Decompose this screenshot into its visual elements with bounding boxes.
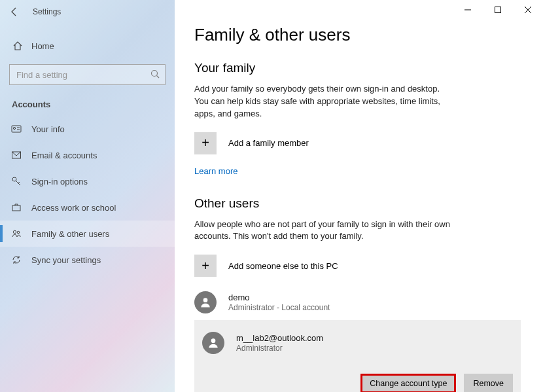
search-icon bbox=[150, 69, 160, 79]
app-title: Settings bbox=[33, 7, 61, 16]
other-users-description: Allow people who are not part of your fa… bbox=[194, 219, 456, 243]
user-role: Administrator bbox=[236, 344, 323, 353]
plus-icon: + bbox=[194, 132, 217, 154]
people-icon bbox=[10, 228, 22, 240]
user-role: Administrator - Local account bbox=[228, 303, 330, 313]
back-button[interactable] bbox=[4, 1, 25, 22]
main-content: Family & other users Your family Add you… bbox=[175, 0, 543, 392]
svg-rect-2 bbox=[12, 126, 21, 132]
sidebar-home-label: Home bbox=[31, 41, 54, 51]
svg-point-3 bbox=[13, 127, 15, 129]
maximize-icon bbox=[495, 7, 501, 13]
add-other-user-button[interactable]: + Add someone else to this PC bbox=[194, 255, 521, 277]
sync-icon bbox=[10, 254, 22, 266]
plus-icon: + bbox=[194, 255, 217, 277]
sidebar-section-label: Accounts bbox=[12, 99, 175, 109]
sidebar-nav: Your info Email & accounts Sign-in optio… bbox=[0, 116, 175, 273]
add-family-label: Add a family member bbox=[228, 138, 309, 148]
window-controls bbox=[453, 0, 543, 20]
minimize-button[interactable] bbox=[453, 0, 483, 20]
sidebar-item-signin-options[interactable]: Sign-in options bbox=[0, 168, 175, 194]
change-account-type-button[interactable]: Change account type bbox=[360, 374, 456, 392]
other-users-heading: Other users bbox=[194, 196, 521, 211]
add-family-member-button[interactable]: + Add a family member bbox=[194, 132, 521, 154]
other-user-row[interactable]: demo Administrator - Local account bbox=[194, 287, 521, 317]
briefcase-icon bbox=[10, 202, 22, 213]
minimize-icon bbox=[464, 7, 471, 13]
add-other-label: Add someone else to this PC bbox=[228, 261, 338, 271]
svg-point-0 bbox=[152, 71, 158, 77]
svg-line-1 bbox=[157, 76, 160, 79]
family-description: Add your family so everybody gets their … bbox=[194, 83, 456, 120]
key-icon bbox=[10, 175, 22, 187]
svg-rect-12 bbox=[495, 7, 501, 13]
other-user-row[interactable]: m__lab2@outlook.com Administrator bbox=[202, 328, 513, 358]
svg-point-16 bbox=[211, 339, 216, 344]
svg-point-9 bbox=[13, 230, 16, 233]
svg-rect-8 bbox=[12, 205, 20, 211]
remove-user-button[interactable]: Remove bbox=[464, 374, 513, 392]
page-title: Family & other users bbox=[194, 25, 521, 45]
avatar-icon bbox=[202, 332, 224, 354]
sidebar-item-label: Sign-in options bbox=[31, 177, 88, 187]
sidebar-item-label: Sync your settings bbox=[31, 255, 101, 265]
user-name: m__lab2@outlook.com bbox=[236, 333, 323, 344]
avatar-icon bbox=[194, 291, 217, 313]
svg-point-10 bbox=[17, 231, 20, 234]
sidebar-item-your-info[interactable]: Your info bbox=[0, 116, 175, 142]
sidebar-item-label: Your info bbox=[31, 124, 65, 134]
close-button[interactable] bbox=[513, 0, 543, 20]
close-icon bbox=[525, 7, 531, 13]
sidebar-item-access-work-school[interactable]: Access work or school bbox=[0, 194, 175, 221]
user-name: demo bbox=[228, 293, 330, 303]
sidebar-item-label: Access work or school bbox=[31, 203, 116, 213]
sidebar-item-label: Family & other users bbox=[31, 229, 109, 239]
sidebar-item-family-other-users[interactable]: Family & other users bbox=[0, 221, 175, 247]
arrow-left-icon bbox=[9, 7, 20, 17]
sidebar-item-label: Email & accounts bbox=[31, 151, 97, 160]
other-user-selected-card: m__lab2@outlook.com Administrator Change… bbox=[194, 320, 521, 392]
home-icon bbox=[12, 40, 24, 52]
family-heading: Your family bbox=[194, 61, 521, 75]
search-input[interactable] bbox=[9, 64, 166, 85]
user-card-icon bbox=[10, 123, 22, 135]
mail-icon bbox=[10, 149, 22, 161]
sidebar-item-sync-settings[interactable]: Sync your settings bbox=[0, 247, 175, 273]
learn-more-link[interactable]: Learn more bbox=[194, 166, 237, 176]
svg-point-15 bbox=[203, 298, 208, 303]
sidebar-item-email-accounts[interactable]: Email & accounts bbox=[0, 142, 175, 168]
maximize-button[interactable] bbox=[483, 0, 513, 20]
sidebar-home[interactable]: Home bbox=[0, 33, 175, 59]
settings-sidebar: Settings Home Accounts Your info Email &… bbox=[0, 0, 175, 392]
